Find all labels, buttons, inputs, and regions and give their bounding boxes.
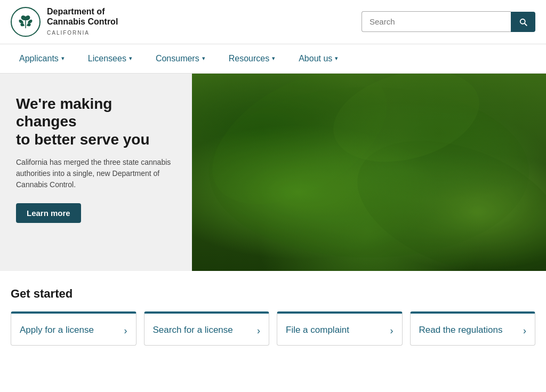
search-input[interactable]: [362, 11, 511, 32]
card-search-license[interactable]: Search for a license ›: [144, 311, 270, 346]
hero-text-area: We're making changes to better serve you…: [0, 74, 192, 271]
get-started-section: Get started Apply for a license › Search…: [0, 271, 546, 356]
chevron-down-icon: ▾: [61, 55, 65, 62]
card-search-license-title: Search for a license: [153, 324, 233, 336]
chevron-down-icon: ▾: [202, 55, 205, 62]
nav-item-resources[interactable]: Resources ▾: [217, 44, 287, 73]
nav-item-about[interactable]: About us ▾: [287, 44, 350, 73]
nav-item-applicants[interactable]: Applicants ▾: [7, 44, 76, 73]
cannabis-leaf-icon: [16, 12, 35, 31]
nav-item-licensees[interactable]: Licensees ▾: [76, 44, 144, 73]
chevron-down-icon: ▾: [335, 55, 338, 62]
nav-link-licensees[interactable]: Licensees ▾: [76, 44, 144, 73]
get-started-heading: Get started: [11, 287, 535, 301]
chevron-right-icon: ›: [257, 325, 260, 337]
logo-state: CALIFORNIA: [47, 30, 90, 36]
main-nav: Applicants ▾ Licensees ▾ Consumers ▾ Res…: [0, 44, 546, 74]
logo-dept-name: Department of Cannabis Control: [47, 6, 118, 27]
card-file-complaint[interactable]: File a complaint ›: [277, 311, 403, 346]
chevron-right-icon: ›: [124, 325, 127, 337]
hero-section: We're making changes to better serve you…: [0, 74, 546, 271]
card-read-regulations[interactable]: Read the regulations ›: [410, 311, 536, 346]
chevron-down-icon: ▾: [272, 55, 275, 62]
logo-area: Department of Cannabis Control CALIFORNI…: [11, 6, 118, 37]
card-apply-license-title: Apply for a license: [20, 324, 94, 336]
card-read-regulations-title: Read the regulations: [419, 324, 503, 336]
search-icon: [518, 17, 528, 27]
site-header: Department of Cannabis Control CALIFORNI…: [0, 0, 546, 44]
nav-link-resources[interactable]: Resources ▾: [217, 44, 287, 73]
hero-image: [192, 74, 546, 271]
chevron-right-icon: ›: [390, 325, 394, 337]
learn-more-button[interactable]: Learn more: [16, 203, 81, 223]
card-apply-license[interactable]: Apply for a license ›: [11, 311, 136, 346]
plant-overlay-svg: [192, 74, 546, 271]
chevron-right-icon: ›: [523, 325, 526, 337]
nav-item-consumers[interactable]: Consumers ▾: [144, 44, 217, 73]
logo-icon: [11, 7, 41, 37]
chevron-down-icon: ▾: [129, 55, 132, 62]
search-button[interactable]: [511, 12, 535, 32]
nav-link-applicants[interactable]: Applicants ▾: [7, 44, 76, 73]
nav-link-about[interactable]: About us ▾: [287, 44, 350, 73]
card-file-complaint-title: File a complaint: [286, 324, 349, 336]
search-area: [362, 11, 535, 32]
nav-link-consumers[interactable]: Consumers ▾: [144, 44, 217, 73]
hero-body: California has merged the three state ca…: [16, 157, 176, 190]
logo-text: Department of Cannabis Control CALIFORNI…: [47, 6, 118, 37]
cards-container: Apply for a license › Search for a licen…: [11, 311, 535, 346]
hero-heading: We're making changes to better serve you: [16, 95, 176, 149]
